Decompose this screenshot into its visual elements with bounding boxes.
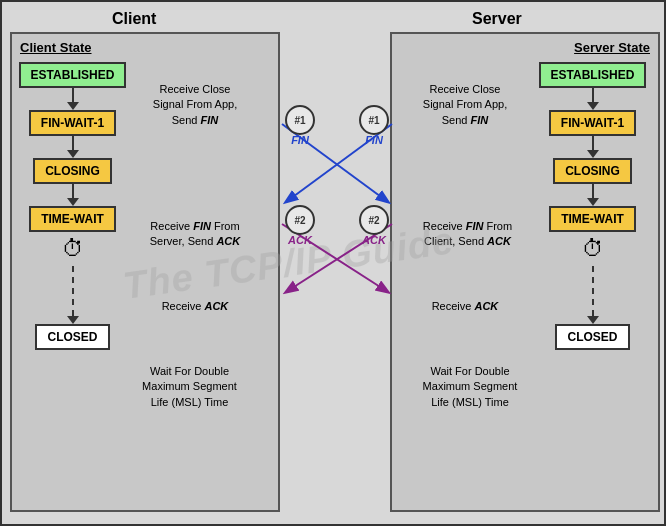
client-state-established: ESTABLISHED [19,62,127,88]
svg-text:#1: #1 [294,115,306,126]
svg-point-7 [360,106,388,134]
svg-text:#2: #2 [294,215,306,226]
client-state-closing: CLOSING [33,158,112,184]
client-panel: Client State ESTABLISHED FIN-WAIT-1 CLOS… [10,32,280,512]
svg-text:FIN: FIN [291,134,310,146]
server-desc-2: Receive FIN FromClient, Send ACK [400,219,535,250]
server-panel: Server State ESTABLISHED FIN-WAIT-1 CLOS… [390,32,660,512]
server-state-finwait1: FIN-WAIT-1 [549,110,636,136]
svg-line-0 [282,124,388,202]
client-desc-2: Receive FIN FromServer, Send ACK [130,219,260,250]
server-state-closing: CLOSING [553,158,632,184]
server-state-closed: CLOSED [555,324,629,350]
client-title: Client [112,10,156,28]
client-state-closed: CLOSED [35,324,109,350]
server-state-timewait: TIME-WAIT [549,206,636,232]
svg-point-4 [286,106,314,134]
svg-text:FIN: FIN [365,134,384,146]
client-state-timewait: TIME-WAIT [29,206,116,232]
server-title: Server [472,10,522,28]
server-desc-3: Receive ACK [400,299,530,314]
svg-text:#1: #1 [368,115,380,126]
client-state-label: Client State [20,40,270,55]
server-state-label: Server State [400,40,650,55]
svg-text:ACK: ACK [361,234,387,246]
client-desc-3: Receive ACK [130,299,260,314]
client-timer-icon: ⏱ [62,236,84,262]
svg-line-1 [286,124,392,202]
server-state-established: ESTABLISHED [539,62,647,88]
svg-text:#2: #2 [368,215,380,226]
client-desc-1: Receive CloseSignal From App,Send FIN [130,82,260,128]
server-timer-icon: ⏱ [582,236,604,262]
svg-point-10 [286,206,314,234]
svg-line-2 [286,224,392,292]
svg-text:ACK: ACK [287,234,313,246]
client-state-finwait1: FIN-WAIT-1 [29,110,116,136]
server-desc-4: Wait For DoubleMaximum SegmentLife (MSL)… [400,364,540,410]
server-desc-1: Receive CloseSignal From App,Send FIN [400,82,530,128]
svg-point-13 [360,206,388,234]
svg-line-3 [282,224,388,292]
client-desc-4: Wait For DoubleMaximum SegmentLife (MSL)… [117,364,262,410]
diagram-container: Client Server Client State ESTABLISHED F… [0,0,666,526]
